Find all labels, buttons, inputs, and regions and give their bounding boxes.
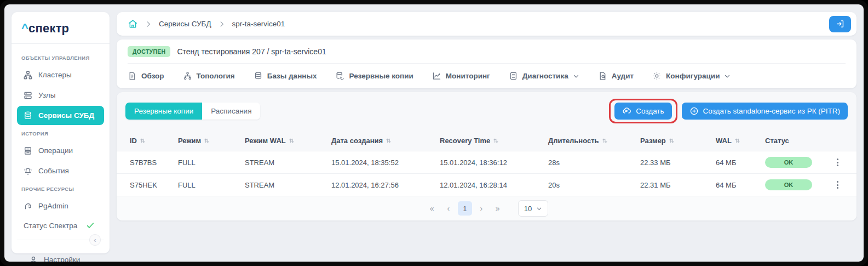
sidebar-item-label: Статус Спектра <box>24 222 77 230</box>
pagination-page-1[interactable]: 1 <box>458 201 472 216</box>
pagination-first-button[interactable]: « <box>425 201 439 216</box>
create-backup-button[interactable]: Создать <box>614 103 671 120</box>
red-annotation-circle: Создать <box>609 99 677 123</box>
tab-monitoring[interactable]: Мониторинг <box>432 71 490 81</box>
service-title: Стенд тестирования 207 / spr-ta-service0… <box>177 47 326 56</box>
breadcrumb-item-db-services[interactable]: Сервисы СУБД <box>159 20 211 28</box>
cell-size: 22.31 МБ <box>640 181 716 189</box>
section-label-objects: ОБЪЕКТЫ УПРАВЛЕНИЯ <box>17 50 104 64</box>
sidebar-item-label: Операции <box>38 146 73 155</box>
main-column: Сервисы СУБД spr-ta-service01 ДОСТУПЕН С… <box>117 12 856 254</box>
cell-created: 15.01.2024, 18:35:52 <box>331 159 440 167</box>
logo-text: спектр <box>28 21 69 35</box>
chevron-down-icon <box>724 73 731 80</box>
sidebar-item-operations[interactable]: Операции <box>17 141 104 160</box>
window-frame: ^спектр ОБЪЕКТЫ УПРАВЛЕНИЯ Кластеры Узлы <box>0 0 868 266</box>
chevron-right-icon <box>218 20 226 28</box>
tab-label: Аудит <box>612 72 634 80</box>
plus-circle-icon <box>689 106 699 116</box>
overview-icon <box>128 71 137 81</box>
sidebar-divider: ‹ <box>17 240 104 240</box>
pagination-next-button[interactable]: › <box>474 201 488 216</box>
pagination-last-button[interactable]: » <box>491 201 505 216</box>
row-actions-kebab-icon[interactable] <box>831 155 843 169</box>
sidebar-item-nodes[interactable]: Узлы <box>17 86 104 105</box>
tab-label: Топология <box>197 72 235 80</box>
sidebar-collapse-button[interactable]: ‹ <box>89 234 101 246</box>
cell-created: 12.01.2024, 16:27:56 <box>331 181 440 189</box>
tab-backup-copies[interactable]: Резервные копии <box>125 103 202 120</box>
tab-label: Диагностика <box>522 72 568 80</box>
cell-wal-mode: STREAM <box>245 181 331 189</box>
column-header-duration[interactable]: Длительность <box>548 137 640 145</box>
section-label-history: ИСТОРИЯ <box>17 126 104 140</box>
cloud-backup-icon <box>622 106 631 116</box>
column-header-id[interactable]: ID <box>130 137 178 145</box>
column-header-mode[interactable]: Режим <box>178 137 245 145</box>
page-size-value: 10 <box>524 205 532 213</box>
user-icon <box>28 254 38 262</box>
tab-overview[interactable]: Обзор <box>128 71 164 81</box>
gear-icon <box>652 71 662 81</box>
sidebar-item-db-services[interactable]: Сервисы СУБД <box>17 106 104 125</box>
row-actions-kebab-icon[interactable] <box>831 178 843 192</box>
logo: ^спектр <box>12 12 110 44</box>
sort-icon <box>386 138 392 144</box>
sidebar-item-spektr-status[interactable]: Статус Спектра <box>17 217 104 234</box>
column-header-wal-mode[interactable]: Режим WAL <box>245 137 331 145</box>
column-header-size[interactable]: Размер <box>640 137 716 145</box>
databases-icon <box>254 71 263 81</box>
tab-label: Мониторинг <box>446 72 490 80</box>
status-badge: OK <box>765 157 812 168</box>
cell-mode: FULL <box>178 159 245 167</box>
tab-backups[interactable]: Резервные копии <box>335 71 413 81</box>
sidebar-item-label: Настройки <box>44 256 80 262</box>
backups-panel: Резервные копии Расписания Создать Созда… <box>117 92 856 220</box>
tab-schedules[interactable]: Расписания <box>202 103 260 120</box>
section-label-other-resources: ПРОЧИЕ РЕСУРСЫ <box>17 182 104 195</box>
monitoring-icon <box>432 71 442 81</box>
clusters-icon <box>22 70 33 80</box>
audit-icon <box>598 71 608 81</box>
cell-wal-mode: STREAM <box>245 159 331 167</box>
tab-diagnostics[interactable]: Диагностика <box>509 71 579 81</box>
sidebar: ^спектр ОБЪЕКТЫ УПРАВЛЕНИЯ Кластеры Узлы <box>12 12 110 253</box>
table-header: ID Режим Режим WAL Дата создания Recover… <box>117 130 856 151</box>
tab-topology[interactable]: Топология <box>183 71 235 81</box>
home-icon[interactable] <box>128 19 138 29</box>
sidebar-item-label: Сервисы СУБД <box>38 111 94 120</box>
column-header-wal[interactable]: WAL <box>716 137 765 145</box>
chevron-down-icon <box>573 73 579 80</box>
breadcrumb-item-service[interactable]: spr-ta-service01 <box>232 20 285 28</box>
cell-duration: 20s <box>548 181 640 189</box>
view-switch: Резервные копии Расписания <box>125 103 260 120</box>
column-header-status: Статус <box>765 137 826 145</box>
login-arrow-icon <box>836 19 845 29</box>
pagination-prev-button[interactable]: ‹ <box>441 201 456 216</box>
logout-button[interactable] <box>829 16 851 32</box>
sidebar-item-settings[interactable]: Настройки <box>22 250 99 262</box>
sort-icon <box>204 138 210 144</box>
logo-caret: ^ <box>21 21 28 35</box>
tab-configurations[interactable]: Конфигурации <box>652 71 731 81</box>
cell-size: 22.33 МБ <box>640 159 716 167</box>
sidebar-item-clusters[interactable]: Кластеры <box>17 65 104 84</box>
page-size-select[interactable]: 10 <box>518 200 548 217</box>
table-row: S7B7BS FULL STREAM 15.01.2024, 18:35:52 … <box>117 151 856 173</box>
sidebar-item-pgadmin[interactable]: PgAdmin <box>17 196 104 216</box>
column-header-created[interactable]: Дата создания <box>331 137 440 145</box>
events-icon <box>22 166 33 176</box>
tab-label: Резервные копии <box>349 72 413 80</box>
nodes-icon <box>22 90 33 100</box>
sidebar-item-events[interactable]: События <box>17 161 104 180</box>
sidebar-item-label: PgAdmin <box>38 202 68 210</box>
create-standalone-pitr-button[interactable]: Создать standalone-сервис из РК (PITR) <box>682 103 848 120</box>
table-row: S75HEK FULL STREAM 12.01.2024, 16:27:56 … <box>117 173 856 196</box>
operations-icon <box>22 145 33 156</box>
sidebar-item-label: Кластеры <box>38 71 72 79</box>
tab-databases[interactable]: Базы данных <box>254 71 317 81</box>
tab-audit[interactable]: Аудит <box>598 71 634 81</box>
app-screen: ^спектр ОБЪЕКТЫ УПРАВЛЕНИЯ Кластеры Узлы <box>4 4 864 262</box>
check-icon <box>86 221 95 230</box>
column-header-recovery-time[interactable]: Recovery Time <box>440 137 548 145</box>
